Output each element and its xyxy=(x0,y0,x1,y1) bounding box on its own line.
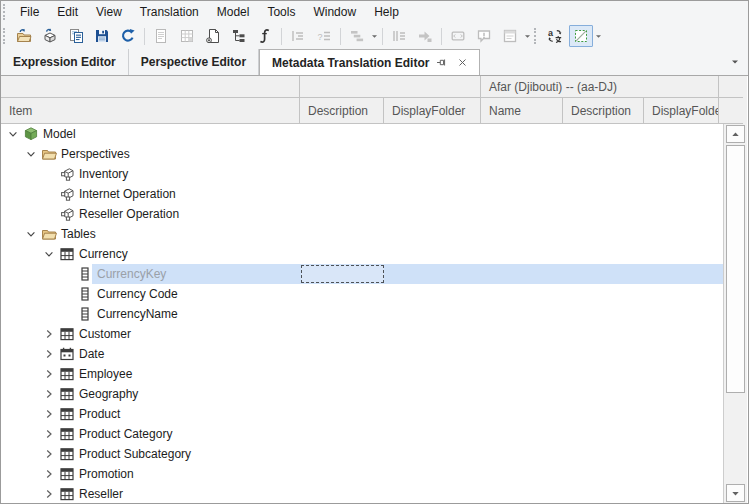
chevron-right-icon[interactable] xyxy=(41,386,57,402)
new-page-button[interactable] xyxy=(201,25,225,47)
highlight-toggle-button[interactable] xyxy=(569,25,593,47)
deploy-model-button[interactable] xyxy=(38,25,62,47)
menu-item-translation[interactable]: Translation xyxy=(131,2,208,22)
tree-item-label: Date xyxy=(79,347,104,361)
levels-dropdown[interactable] xyxy=(370,25,379,47)
toolbar-gripper[interactable] xyxy=(3,28,8,44)
menu-item-file[interactable]: File xyxy=(11,2,48,22)
description-edit-cell[interactable] xyxy=(301,265,384,283)
menu-gripper[interactable] xyxy=(3,4,8,20)
menu-item-edit[interactable]: Edit xyxy=(48,2,87,22)
triangle-up-icon xyxy=(731,130,740,139)
chevron-right-icon[interactable] xyxy=(41,346,57,362)
tree-item-label: Tables xyxy=(61,227,96,241)
chevron-right-icon[interactable] xyxy=(41,406,57,422)
open-file-button[interactable] xyxy=(12,25,36,47)
selected-row-highlight xyxy=(92,264,723,284)
tree-row-inventory[interactable]: Inventory xyxy=(1,164,723,184)
outdent-icon: ? xyxy=(316,28,332,44)
menu-item-view[interactable]: View xyxy=(87,2,131,22)
chevron-down-icon xyxy=(595,33,602,40)
column-header-displayfolder-2[interactable]: DisplayFolder xyxy=(384,98,481,124)
tree-row-currencyname[interactable]: CurrencyName xyxy=(1,304,723,324)
indent-button xyxy=(286,25,310,47)
tree-row-currency[interactable]: Currency xyxy=(1,244,723,264)
vertical-scrollbar[interactable] xyxy=(723,124,747,503)
menu-item-help[interactable]: Help xyxy=(365,2,408,22)
chevron-right-icon[interactable] xyxy=(41,486,57,502)
translate-button[interactable]: a xyxy=(543,25,567,47)
paste-button[interactable] xyxy=(64,25,88,47)
chevron-down-icon[interactable] xyxy=(41,246,57,262)
chevron-right-icon[interactable] xyxy=(41,326,57,342)
tree-row-model[interactable]: Model xyxy=(1,124,723,144)
chevron-right-icon[interactable] xyxy=(41,446,57,462)
tree-row-geography[interactable]: Geography xyxy=(1,384,723,404)
chevron-right-icon[interactable] xyxy=(41,366,57,382)
open-file-icon xyxy=(16,28,32,44)
tree-row-product-category[interactable]: Product Category xyxy=(1,424,723,444)
menu-item-tools[interactable]: Tools xyxy=(258,2,304,22)
tab-overflow-dropdown[interactable] xyxy=(729,56,741,68)
tree-row-reseller-operation[interactable]: Reseller Operation xyxy=(1,204,723,224)
svg-text:?: ? xyxy=(318,32,323,42)
tree-row-date[interactable]: Date xyxy=(1,344,723,364)
tab-expression-editor[interactable]: Expression Editor xyxy=(1,49,129,75)
grid-group-header-row: Afar (Djibouti) -- (aa-DJ) xyxy=(1,76,748,98)
group-header-cell xyxy=(719,76,743,98)
chevron-down-icon[interactable] xyxy=(23,226,39,242)
tree-row-currency-code[interactable]: Currency Code xyxy=(1,284,723,304)
hierarchy-button[interactable] xyxy=(227,25,251,47)
chevron-right-icon[interactable] xyxy=(41,426,57,442)
tree-row-customer[interactable]: Customer xyxy=(1,324,723,344)
column-header-name-3[interactable]: Name xyxy=(481,98,563,124)
tree-row-perspectives[interactable]: Perspectives xyxy=(1,144,723,164)
column-header-description-1[interactable]: Description xyxy=(300,98,384,124)
scroll-up-button[interactable] xyxy=(726,125,745,143)
column-header-description-4[interactable]: Description xyxy=(563,98,644,124)
menu-item-window[interactable]: Window xyxy=(304,2,365,22)
table-icon xyxy=(59,466,75,482)
toolbar-gripper[interactable] xyxy=(534,28,539,44)
chevron-down-icon xyxy=(524,33,531,40)
tab-perspective-editor[interactable]: Perspective Editor xyxy=(129,49,259,75)
highlight-toggle-dropdown[interactable] xyxy=(594,25,603,47)
toolbar: ?a xyxy=(1,23,748,49)
tree-row-promotion[interactable]: Promotion xyxy=(1,464,723,484)
tree-row-product-subcategory[interactable]: Product Subcategory xyxy=(1,444,723,464)
chevron-down-icon[interactable] xyxy=(5,126,21,142)
perspective-icon xyxy=(59,166,75,182)
triangle-down-icon xyxy=(731,489,740,498)
properties-form-dropdown[interactable] xyxy=(523,25,532,47)
menu-item-model[interactable]: Model xyxy=(208,2,259,22)
column-header-item-0[interactable]: Item xyxy=(1,98,300,124)
tree-item-label: Promotion xyxy=(79,467,134,481)
scroll-down-button[interactable] xyxy=(726,484,745,502)
chevron-right-icon[interactable] xyxy=(41,466,57,482)
tab-metadata-translation-editor[interactable]: Metadata Translation Editor xyxy=(259,49,480,75)
save-button[interactable] xyxy=(90,25,114,47)
tree-item-label: Customer xyxy=(79,327,131,341)
tree-row-employee[interactable]: Employee xyxy=(1,364,723,384)
tree-row-product[interactable]: Product xyxy=(1,404,723,424)
culture-group-header[interactable]: Afar (Djibouti) -- (aa-DJ) xyxy=(481,76,719,98)
refresh-button[interactable] xyxy=(116,25,140,47)
table-view-icon xyxy=(179,28,195,44)
column-header-displayfolder-5[interactable]: DisplayFolder xyxy=(644,98,719,124)
tree-row-tables[interactable]: Tables xyxy=(1,224,723,244)
chevron-down-icon[interactable] xyxy=(23,146,39,162)
pin-tab-button[interactable] xyxy=(432,54,450,72)
tree-row-reseller[interactable]: Reseller xyxy=(1,484,723,503)
tree-row-internet-operation[interactable]: Internet Operation xyxy=(1,184,723,204)
perspective-icon xyxy=(59,206,75,222)
script-button[interactable] xyxy=(253,25,277,47)
document-icon xyxy=(153,28,169,44)
scrollbar-thumb[interactable] xyxy=(726,145,745,393)
chevron-down-icon xyxy=(731,58,739,66)
close-tab-button[interactable] xyxy=(453,54,471,72)
indent-icon xyxy=(290,28,306,44)
tree-row-currencykey[interactable]: CurrencyKey xyxy=(1,264,723,284)
hierarchy-icon xyxy=(231,28,247,44)
textbox-icon xyxy=(450,28,466,44)
levels-icon xyxy=(349,28,365,44)
